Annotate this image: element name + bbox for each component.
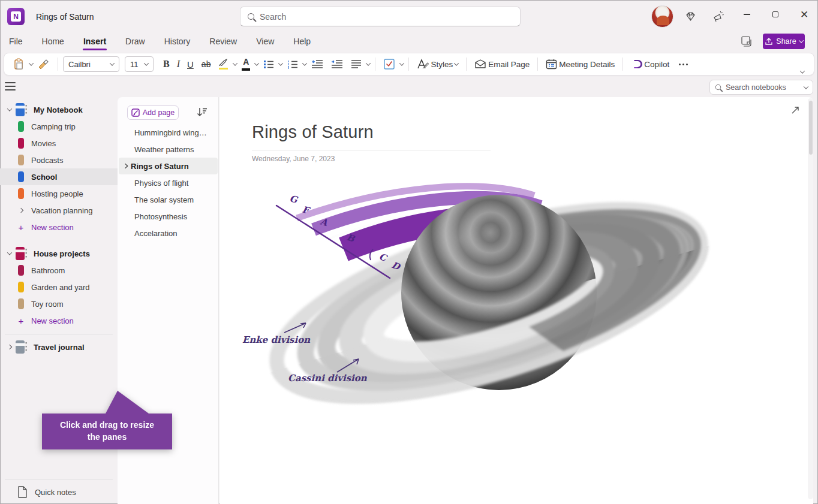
sort-pages-icon[interactable]: [197, 107, 207, 119]
page-item[interactable]: Hummingbird wing…: [119, 124, 218, 141]
section-camping-trip[interactable]: Camping trip: [0, 118, 118, 135]
menu-review[interactable]: Review: [209, 35, 237, 47]
menu-history[interactable]: History: [164, 35, 191, 47]
styles-button[interactable]: Styles: [414, 57, 461, 71]
section-hosting-people[interactable]: Hosting people: [0, 185, 118, 202]
notebook-house-projects[interactable]: House projects: [0, 245, 118, 262]
meeting-details-label: Meeting Details: [559, 60, 615, 69]
todo-tag-button[interactable]: [380, 56, 398, 72]
menu-draw[interactable]: Draw: [125, 35, 146, 47]
search-notebooks-select[interactable]: Search notebooks: [709, 80, 813, 95]
page-title-heading[interactable]: Rings of Saturn: [252, 122, 374, 142]
paste-button[interactable]: [10, 56, 28, 72]
svg-text:G: G: [288, 193, 299, 206]
account-avatar[interactable]: [651, 5, 673, 28]
font-name-chevron-icon: [110, 61, 115, 65]
font-size-select[interactable]: 11: [125, 56, 154, 72]
whats-new-megaphone-icon[interactable]: [711, 10, 726, 24]
notebook-icon: [14, 340, 28, 354]
navigation-menu-icon[interactable]: [5, 82, 16, 90]
search-notebooks-icon: [715, 84, 721, 90]
menu-insert[interactable]: Insert: [83, 35, 107, 47]
numbered-list-button[interactable]: [284, 58, 301, 71]
numbered-list-chevron-icon[interactable]: [302, 61, 307, 65]
expand-page-icon[interactable]: [790, 105, 800, 117]
notebook-expand-chevron-icon[interactable]: [7, 250, 12, 255]
premium-diamond-icon[interactable]: [683, 10, 697, 24]
search-input[interactable]: Search: [240, 7, 521, 26]
menu-file[interactable]: File: [8, 35, 23, 47]
new-section-button[interactable]: + New section: [0, 312, 118, 329]
section-color-tab: [18, 265, 24, 276]
section-movies[interactable]: Movies: [0, 135, 118, 152]
todo-tag-chevron-icon[interactable]: [399, 61, 404, 65]
page-item[interactable]: Accelaration: [119, 225, 218, 242]
cassini-label: Cassini division: [288, 373, 368, 384]
alignment-button[interactable]: [348, 58, 365, 71]
notebook-expand-chevron-icon[interactable]: [7, 106, 12, 111]
section-school[interactable]: School: [0, 168, 118, 185]
page-item[interactable]: Weather patterns: [119, 141, 218, 158]
page-item[interactable]: Physics of flight: [119, 174, 218, 191]
email-page-button[interactable]: Email Page: [471, 58, 533, 71]
section-garden-and-yard[interactable]: Garden and yard: [0, 279, 118, 295]
italic-button[interactable]: I: [175, 59, 182, 70]
bullet-list-chevron-icon[interactable]: [278, 61, 283, 65]
saturn-illustration[interactable]: G F A B C D Enke division: [231, 173, 717, 430]
page-item-selected[interactable]: Rings of Saturn: [119, 158, 218, 174]
font-color-chevron-icon[interactable]: [254, 61, 259, 65]
add-page-button[interactable]: Add page: [127, 105, 179, 120]
ribbon-collapse-chevron-icon[interactable]: [800, 68, 805, 73]
page-title: Photosynthesis: [134, 212, 187, 221]
onenote-logo-icon: N: [7, 8, 25, 25]
page-item[interactable]: The solar system: [119, 191, 218, 208]
minimize-button[interactable]: [733, 0, 760, 29]
notebook-travel-journal[interactable]: Travel journal: [0, 339, 118, 355]
strikethrough-button[interactable]: ab: [199, 58, 214, 71]
menu-help[interactable]: Help: [293, 35, 311, 47]
section-group-vacation-planning[interactable]: Vacation planning: [0, 202, 118, 219]
quick-notes-button[interactable]: Quick notes: [0, 484, 118, 500]
vertical-scrollbar[interactable]: [808, 98, 813, 499]
increase-indent-button[interactable]: [328, 58, 346, 71]
more-commands-button[interactable]: [674, 64, 693, 65]
highlight-chevron-icon[interactable]: [233, 61, 237, 65]
bold-button[interactable]: B: [160, 57, 173, 71]
format-painter-button[interactable]: [35, 57, 53, 71]
highlight-button[interactable]: [215, 57, 231, 72]
section-label: Garden and yard: [31, 283, 90, 292]
new-section-label: New section: [31, 316, 74, 325]
menu-home[interactable]: Home: [41, 35, 65, 47]
section-label: Bathroom: [31, 266, 65, 275]
new-section-label: New section: [31, 223, 74, 232]
section-label: Podcasts: [31, 156, 63, 165]
section-bathroom[interactable]: Bathroom: [0, 262, 118, 279]
scrollbar-thumb[interactable]: [809, 101, 813, 155]
page-title: Hummingbird wing…: [134, 128, 207, 137]
bullet-list-button[interactable]: [260, 58, 277, 71]
copilot-button[interactable]: Copilot: [628, 57, 672, 71]
section-label: School: [31, 173, 57, 182]
section-color-tab: [18, 298, 24, 309]
menu-view[interactable]: View: [255, 35, 275, 47]
font-color-button[interactable]: A: [239, 56, 253, 73]
plus-icon: +: [18, 222, 24, 233]
page-item[interactable]: Photosynthesis: [119, 208, 218, 225]
decrease-indent-button[interactable]: [308, 58, 326, 71]
section-podcasts[interactable]: Podcasts: [0, 152, 118, 168]
new-section-button[interactable]: + New section: [0, 219, 118, 236]
share-button[interactable]: Share: [763, 34, 805, 49]
side-by-side-pages-icon[interactable]: [739, 35, 753, 50]
section-label: Toy room: [31, 300, 63, 309]
alignment-chevron-icon[interactable]: [366, 61, 371, 65]
font-name-select[interactable]: Cailbri: [63, 56, 119, 72]
font-color-letter: A: [243, 58, 249, 66]
maximize-button[interactable]: [762, 0, 789, 29]
notebook-expand-chevron-icon[interactable]: [7, 345, 12, 349]
section-toy-room[interactable]: Toy room: [0, 295, 118, 312]
notebook-my-notebook[interactable]: My Notebook: [0, 101, 118, 118]
meeting-details-button[interactable]: Meeting Details: [543, 57, 618, 71]
paste-chevron-icon[interactable]: [29, 61, 34, 65]
underline-button[interactable]: U: [184, 58, 197, 71]
close-button[interactable]: ✕: [790, 0, 818, 29]
